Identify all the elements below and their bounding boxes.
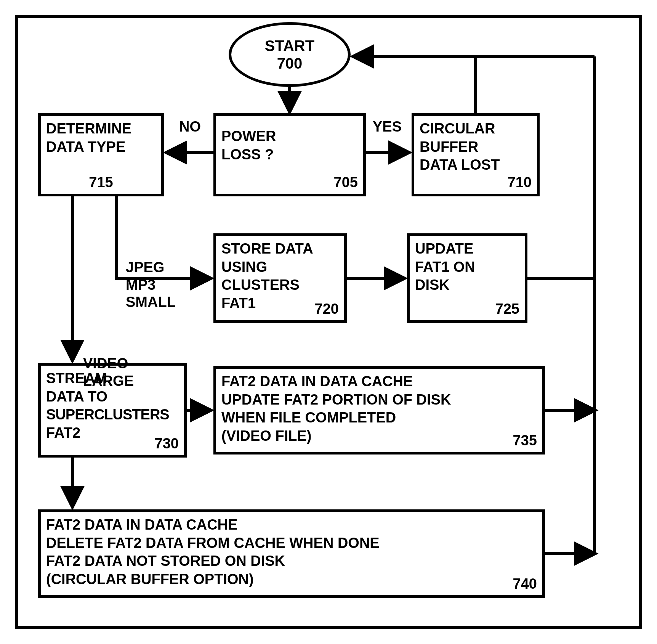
fat2b-l3: FAT2 DATA NOT STORED ON DISK [46,552,537,570]
fat2b-l2: DELETE FAT2 DATA FROM CACHE WHEN DONE [46,534,537,552]
fat2b-l4: (CIRCULAR BUFFER OPTION) [46,570,537,589]
update-l3: DISK [415,276,519,294]
buffer-l2: BUFFER [420,138,532,156]
fat2b-num: 740 [513,575,537,593]
fat2a-l3: WHEN FILE COMPLETED [221,409,537,427]
flowchart-canvas: START 700 POWER LOSS ? 705 CIRCULAR BUFF… [0,0,657,644]
store-l2: USING [221,258,339,276]
determine-l2: DATA TYPE [46,138,156,156]
start-node: START 700 [229,22,351,87]
determine-box: DETERMINE DATA TYPE 715 [38,113,164,196]
determine-l1: DETERMINE [46,120,156,138]
fat2b-l1: FAT2 DATA IN DATA CACHE [46,516,537,534]
edge-no: NO [179,118,201,136]
store-l1: STORE DATA [221,240,339,258]
store-box: STORE DATA USING CLUSTERS FAT1 720 [213,233,347,323]
edge-video: VIDEO LARGE [83,320,134,425]
update-l2: FAT1 ON [415,258,519,276]
start-num: 700 [277,55,303,72]
store-num: 720 [315,300,339,318]
update-box: UPDATE FAT1 ON DISK 725 [407,233,527,323]
fat2-video-box: FAT2 DATA IN DATA CACHE UPDATE FAT2 PORT… [213,366,545,454]
fat2-circular-box: FAT2 DATA IN DATA CACHE DELETE FAT2 DATA… [38,509,545,598]
fat2a-num: 735 [513,432,537,450]
stream-num: 730 [155,435,179,453]
power-loss-l1: POWER [221,127,358,146]
determine-num: 715 [89,173,113,192]
buffer-num: 710 [508,173,532,192]
power-loss-num: 705 [334,173,358,192]
edge-yes: YES [373,118,402,136]
buffer-l3: DATA LOST [420,156,532,174]
power-loss-l2: LOSS ? [221,146,358,164]
buffer-lost-box: CIRCULAR BUFFER DATA LOST 710 [412,113,540,196]
fat2a-l4: (VIDEO FILE) [221,427,537,445]
store-l3: CLUSTERS [221,276,339,294]
power-loss-box: POWER LOSS ? 705 [213,113,366,196]
buffer-l1: CIRCULAR [420,120,532,138]
edge-jpeg-text: JPEG MP3 SMALL [126,259,176,311]
update-num: 725 [495,300,519,318]
fat2a-l1: FAT2 DATA IN DATA CACHE [221,373,537,391]
start-label: START [265,37,314,55]
update-l1: UPDATE [415,240,519,258]
edge-video-text: VIDEO LARGE [83,355,134,390]
fat2a-l2: UPDATE FAT2 PORTION OF DISK [221,391,537,409]
